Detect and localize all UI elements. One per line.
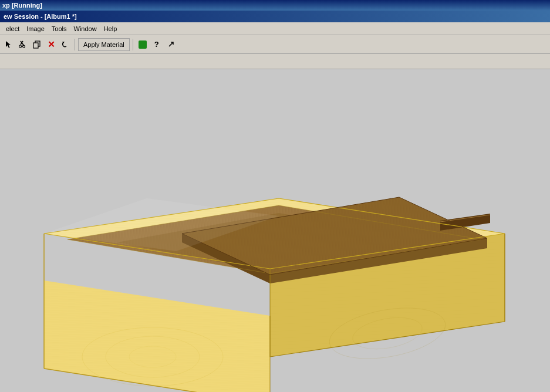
os-title-text: xp [Running] — [2, 2, 42, 9]
svg-marker-0 — [6, 41, 11, 48]
menu-bar: elect Image Tools Window Help — [0, 22, 550, 35]
cut-icon — [19, 40, 27, 49]
secondary-toolbar — [0, 54, 550, 69]
apply-material-button[interactable]: Apply Material — [78, 38, 130, 51]
svg-point-4 — [23, 45, 25, 48]
link-icon — [167, 40, 175, 49]
main-canvas — [0, 69, 550, 392]
toolbar-separator-1 — [75, 39, 75, 50]
apply-material-label: Apply Material — [83, 41, 124, 48]
menu-window[interactable]: Window — [70, 24, 100, 33]
arrow-icon — [5, 40, 13, 49]
svg-point-3 — [19, 45, 22, 48]
toolbar-separator-2 — [133, 39, 133, 50]
main-toolbar: ✕ Apply Material ? — [0, 35, 550, 54]
undo-button[interactable] — [59, 38, 72, 51]
help-icon: ? — [154, 40, 159, 49]
os-title-bar: xp [Running] — [0, 0, 550, 11]
delete-icon: ✕ — [48, 39, 55, 50]
delete-button[interactable]: ✕ — [45, 38, 58, 51]
undo-icon — [61, 40, 69, 49]
svg-rect-6 — [33, 43, 38, 48]
cut-button[interactable] — [16, 38, 29, 51]
link-button[interactable] — [164, 38, 177, 51]
menu-help[interactable]: Help — [100, 24, 121, 33]
3d-view-svg — [0, 69, 550, 392]
menu-select[interactable]: elect — [2, 24, 23, 33]
help-button[interactable]: ? — [150, 38, 163, 51]
menu-image[interactable]: Image — [23, 24, 48, 33]
select-tool-button[interactable] — [2, 38, 15, 51]
window-title-text: ew Session - [Album1 *] — [4, 13, 77, 20]
copy-button[interactable] — [31, 38, 43, 51]
menu-tools[interactable]: Tools — [48, 24, 70, 33]
copy-icon — [33, 40, 41, 49]
window-title-bar: ew Session - [Album1 *] — [0, 11, 550, 22]
green-icon — [139, 40, 147, 49]
green-tool-button[interactable] — [136, 38, 149, 51]
